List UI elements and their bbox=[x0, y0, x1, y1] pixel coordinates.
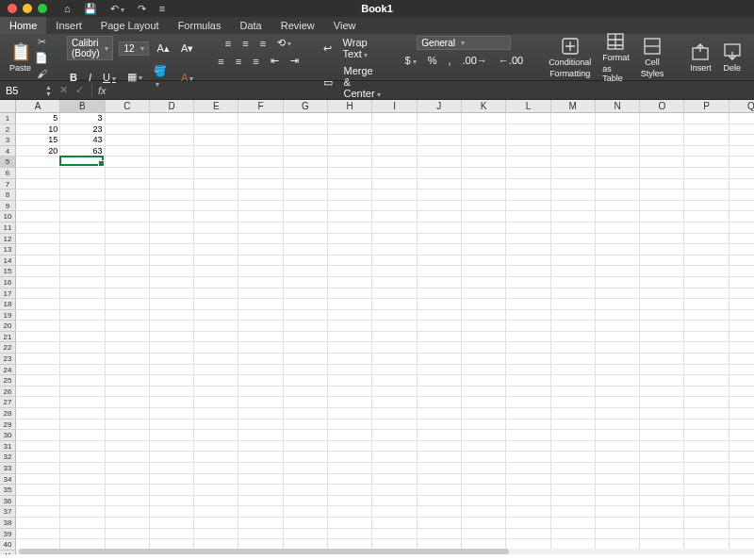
cell[interactable] bbox=[106, 332, 150, 343]
cell[interactable] bbox=[684, 244, 729, 255]
cell[interactable] bbox=[284, 321, 328, 332]
cell[interactable] bbox=[729, 222, 754, 234]
cell[interactable] bbox=[194, 201, 238, 212]
cell[interactable] bbox=[596, 397, 640, 408]
cell[interactable] bbox=[60, 463, 105, 474]
cell[interactable] bbox=[684, 506, 729, 518]
cell[interactable] bbox=[150, 135, 194, 146]
cell[interactable] bbox=[150, 146, 194, 157]
cell[interactable] bbox=[506, 463, 550, 474]
cell[interactable] bbox=[150, 179, 194, 190]
cell[interactable] bbox=[684, 397, 729, 408]
cell[interactable] bbox=[418, 452, 462, 463]
cell[interactable] bbox=[194, 234, 238, 245]
row-header[interactable]: 6 bbox=[0, 168, 16, 179]
cell[interactable] bbox=[640, 518, 684, 529]
cell[interactable] bbox=[106, 375, 150, 387]
cell[interactable] bbox=[238, 441, 283, 453]
cell[interactable] bbox=[194, 408, 238, 420]
cell[interactable] bbox=[418, 365, 462, 376]
cell[interactable] bbox=[596, 266, 640, 277]
cell[interactable] bbox=[462, 452, 506, 463]
cell[interactable] bbox=[551, 277, 596, 288]
cell[interactable] bbox=[729, 321, 754, 332]
cell[interactable] bbox=[60, 234, 105, 245]
cell[interactable] bbox=[684, 430, 729, 441]
cell[interactable] bbox=[684, 201, 729, 212]
cell[interactable] bbox=[551, 201, 596, 212]
row-header[interactable]: 30 bbox=[0, 430, 16, 441]
cell[interactable] bbox=[418, 321, 462, 332]
cell[interactable] bbox=[418, 529, 462, 540]
cell[interactable] bbox=[506, 485, 550, 496]
cell[interactable] bbox=[194, 189, 238, 201]
cell[interactable] bbox=[372, 420, 417, 431]
cell[interactable] bbox=[506, 496, 550, 507]
cell[interactable] bbox=[372, 387, 417, 398]
cell[interactable] bbox=[16, 321, 60, 332]
cell[interactable] bbox=[372, 310, 417, 321]
cell[interactable] bbox=[684, 179, 729, 190]
cell[interactable] bbox=[150, 529, 194, 540]
cell[interactable] bbox=[238, 234, 283, 245]
cell[interactable] bbox=[372, 365, 417, 376]
italic-button[interactable]: I bbox=[86, 71, 94, 84]
cell[interactable] bbox=[16, 156, 60, 168]
cell[interactable] bbox=[551, 365, 596, 376]
horizontal-scrollbar[interactable] bbox=[0, 549, 754, 554]
cell[interactable] bbox=[462, 234, 506, 245]
cell[interactable] bbox=[418, 211, 462, 222]
cell[interactable] bbox=[16, 354, 60, 365]
cell[interactable] bbox=[106, 496, 150, 507]
cell[interactable] bbox=[284, 474, 328, 486]
column-header[interactable]: O bbox=[640, 100, 684, 113]
increase-indent-icon[interactable]: ⇥ bbox=[287, 54, 302, 68]
cell[interactable] bbox=[506, 299, 550, 310]
cell[interactable] bbox=[60, 266, 105, 277]
cell[interactable] bbox=[506, 408, 550, 420]
cell[interactable] bbox=[729, 234, 754, 245]
cell[interactable] bbox=[596, 113, 640, 124]
cell[interactable] bbox=[284, 299, 328, 310]
cell[interactable] bbox=[729, 420, 754, 431]
cell[interactable] bbox=[372, 255, 417, 267]
cell[interactable] bbox=[506, 222, 550, 234]
cell[interactable] bbox=[328, 375, 372, 387]
merge-center-button[interactable]: Merge & Center bbox=[341, 64, 384, 100]
cell[interactable] bbox=[106, 255, 150, 267]
cell[interactable] bbox=[372, 441, 417, 453]
cell[interactable] bbox=[106, 387, 150, 398]
cell[interactable] bbox=[194, 375, 238, 387]
cell[interactable] bbox=[328, 234, 372, 245]
cell[interactable] bbox=[16, 288, 60, 300]
row-header[interactable]: 34 bbox=[0, 474, 16, 486]
cell[interactable] bbox=[372, 288, 417, 300]
cell[interactable] bbox=[551, 342, 596, 354]
cell[interactable] bbox=[729, 146, 754, 157]
cell[interactable] bbox=[106, 441, 150, 453]
cell[interactable] bbox=[106, 342, 150, 354]
cell[interactable] bbox=[60, 397, 105, 408]
cell[interactable] bbox=[640, 135, 684, 146]
cell[interactable] bbox=[729, 179, 754, 190]
cell[interactable] bbox=[462, 354, 506, 365]
cell[interactable] bbox=[328, 135, 372, 146]
cell[interactable] bbox=[150, 420, 194, 431]
cell[interactable] bbox=[60, 332, 105, 343]
cell[interactable] bbox=[328, 299, 372, 310]
cell[interactable] bbox=[729, 387, 754, 398]
cell[interactable] bbox=[372, 156, 417, 168]
cell[interactable] bbox=[729, 485, 754, 496]
cell[interactable] bbox=[328, 124, 372, 136]
cell[interactable] bbox=[596, 211, 640, 222]
cell[interactable] bbox=[551, 299, 596, 310]
row-header[interactable]: 10 bbox=[0, 211, 16, 222]
cell[interactable] bbox=[194, 124, 238, 136]
redo-icon[interactable]: ↷ bbox=[138, 4, 146, 14]
font-color-button[interactable]: A bbox=[178, 71, 196, 84]
cell[interactable] bbox=[372, 375, 417, 387]
cell[interactable] bbox=[150, 310, 194, 321]
cell[interactable] bbox=[194, 474, 238, 486]
cell[interactable] bbox=[418, 156, 462, 168]
cell[interactable] bbox=[16, 365, 60, 376]
